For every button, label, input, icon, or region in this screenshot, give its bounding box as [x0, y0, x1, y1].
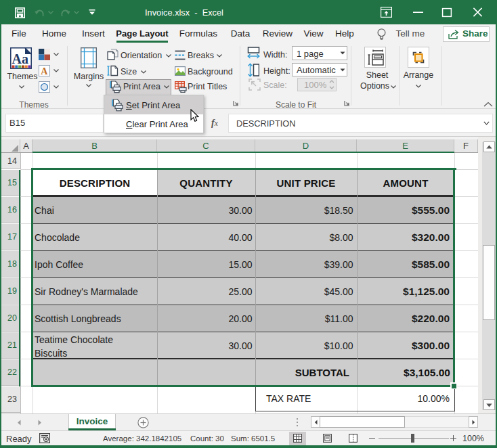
- svg-text:Aa: Aa: [12, 51, 28, 66]
- svg-text:A: A: [41, 66, 48, 76]
